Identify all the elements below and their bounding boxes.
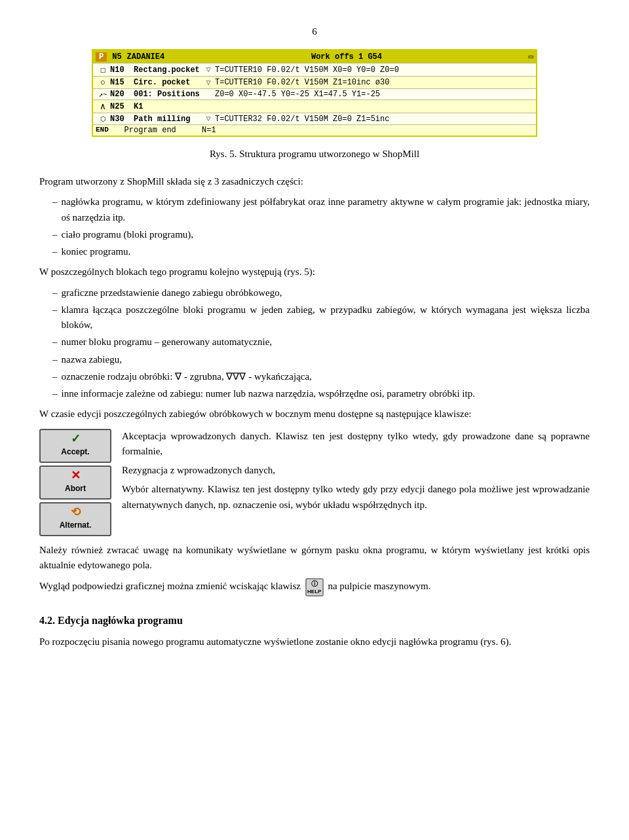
cnc-work-label: Work offs 1 G54 xyxy=(311,52,382,62)
main-content: Program utworzony z ShopMill składa się … xyxy=(39,174,590,596)
abort-icon: ✕ xyxy=(71,469,81,481)
cnc-p-label: P xyxy=(96,52,107,62)
section-number: 4.2. xyxy=(39,615,55,626)
alternat-text: Wybór alternatywny. Klawisz ten jest dos… xyxy=(122,482,590,513)
softkey-buttons-col: ✓ Accept. ✕ Abort ⟲ Alternat. xyxy=(39,429,111,536)
accept-label: Accept. xyxy=(61,446,89,458)
cnc-n5-label: N5 xyxy=(112,52,121,62)
end-name: Program end xyxy=(110,126,202,135)
row-icon: ○ xyxy=(96,77,110,88)
row-opname: N30 Path milling xyxy=(110,115,202,124)
table-row: ↗~ N20 001: Positions Z0=0 X0=-47.5 Y0=-… xyxy=(93,88,536,100)
row-opname: N20 001: Positions xyxy=(110,90,202,99)
alternat-button[interactable]: ⟲ Alternat. xyxy=(39,502,111,536)
alternat-icon: ⟲ xyxy=(71,506,81,518)
cnc-header: P N5 ZADANIE4 Work offs 1 G54 ▭ xyxy=(93,50,536,63)
row-opname: N25 K1 xyxy=(110,102,202,111)
abort-label: Abort xyxy=(65,483,86,495)
section-para: Po rozpoczęciu pisania nowego programu a… xyxy=(39,634,590,649)
row-params: T=CUTTER32 F0.02/t V150M Z0=0 Z1=5inc xyxy=(215,115,533,124)
para5: Wygląd podpowiedzi graficznej można zmie… xyxy=(39,578,590,596)
row-params: Z0=0 X0=-47.5 Y0=-25 X1=47.5 Y1=-25 xyxy=(215,90,533,99)
list-item: – graficzne przedstawienie danego zabieg… xyxy=(52,285,590,301)
cnc-zadanie-label: ZADANIE4 xyxy=(127,52,165,62)
list-item: – koniec programu. xyxy=(52,244,590,259)
list-item: – ciało programu (bloki programu), xyxy=(52,227,590,242)
list-item: – oznaczenie rodzaju obróbki: ∇ - zgrubn… xyxy=(52,369,590,384)
row-icon: ↗~ xyxy=(96,90,110,99)
figure-caption: Rys. 5. Struktura programu utworzonego w… xyxy=(39,149,590,160)
para4: Należy również zwracać uwagę na komunika… xyxy=(39,543,590,574)
list-item: – nazwa zabiegu, xyxy=(52,352,590,367)
help-button[interactable]: ⓘHELP xyxy=(305,578,324,596)
help-icon-text: ⓘHELP xyxy=(307,580,321,595)
intro-para3: W czasie edycji poszczególnych zabiegów … xyxy=(39,407,590,422)
intro-para1: Program utworzony z ShopMill składa się … xyxy=(39,174,590,189)
list-item: – numer bloku programu – generowany auto… xyxy=(52,335,590,350)
dash-list-2: – graficzne przedstawienie danego zabieg… xyxy=(52,285,590,402)
abort-text: Rezygnacja z wprowadzonych danych, xyxy=(122,463,590,478)
row-icon: ⬡ xyxy=(96,115,110,123)
row-arrow: ▽ xyxy=(202,78,215,88)
end-label: END xyxy=(96,126,110,135)
row-opname: N15 Circ. pocket xyxy=(110,78,202,87)
end-params: N=1 xyxy=(202,126,533,135)
accept-icon: ✓ xyxy=(71,433,81,445)
row-arrow: ▽ xyxy=(202,65,215,75)
cnc-program-table: P N5 ZADANIE4 Work offs 1 G54 ▭ ☐ N10 Re… xyxy=(92,49,537,137)
intro-para2: W poszczególnych blokach tego programu k… xyxy=(39,265,590,280)
table-row: ⬡ N30 Path milling ▽ T=CUTTER32 F0.02/t … xyxy=(93,113,536,124)
buttons-section: ✓ Accept. ✕ Abort ⟲ Alternat. Akceptacja… xyxy=(39,429,590,536)
page-number: 6 xyxy=(39,26,590,37)
accept-text: Akceptacja wprowadzonych danych. Klawisz… xyxy=(122,429,590,460)
accept-button[interactable]: ✓ Accept. xyxy=(39,429,111,463)
cnc-icon-label: ▭ xyxy=(529,52,533,62)
table-row: ○ N15 Circ. pocket ▽ T=CUTTER10 F0.02/t … xyxy=(93,76,536,88)
row-params: T=CUTTER10 F0.02/t V150M Z1=10inc ø30 xyxy=(215,78,533,87)
buttons-text-col: Akceptacja wprowadzonych danych. Klawisz… xyxy=(122,429,590,517)
row-icon: ☐ xyxy=(96,64,110,75)
abort-button[interactable]: ✕ Abort xyxy=(39,466,111,500)
alternat-label: Alternat. xyxy=(60,519,92,532)
list-item: – nagłówka programu, w którym zdefiniowa… xyxy=(52,194,590,225)
row-arrow: ▽ xyxy=(202,114,215,124)
cnc-end-row: END Program end N=1 xyxy=(93,124,536,136)
section-heading: 4.2. Edycja nagłówka programu xyxy=(39,615,590,627)
list-item: – inne informacje zależne od zabiegu: nu… xyxy=(52,386,590,401)
table-row: ☐ N10 Rectang.pocket ▽ T=CUTTER10 F0.02/… xyxy=(93,63,536,76)
list-item: – klamra łącząca poszczególne bloki prog… xyxy=(52,302,590,333)
row-opname: N10 Rectang.pocket xyxy=(110,65,202,75)
row-params: T=CUTTER10 F0.02/t V150M X0=0 Y0=0 Z0=0 xyxy=(215,65,533,75)
table-row: ∧ N25 K1 xyxy=(93,100,536,113)
dash-list-1: – nagłówka programu, w którym zdefiniowa… xyxy=(52,194,590,259)
row-icon: ∧ xyxy=(96,101,110,112)
